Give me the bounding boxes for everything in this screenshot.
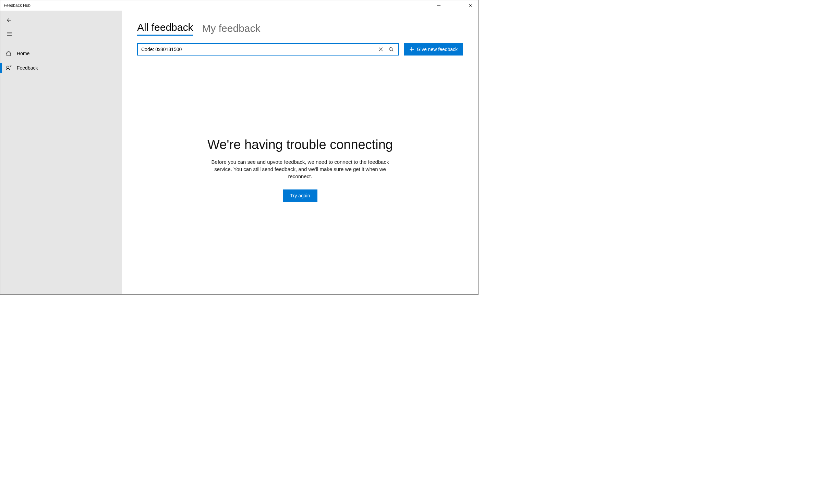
home-icon — [5, 50, 12, 57]
error-heading: We're having trouble connecting — [207, 137, 393, 152]
minimize-icon — [437, 3, 441, 8]
close-button[interactable] — [462, 0, 478, 11]
back-button[interactable] — [2, 13, 16, 27]
feedback-icon — [5, 64, 12, 71]
plus-icon — [409, 47, 414, 52]
titlebar: Feedback Hub — [0, 0, 478, 11]
hamburger-button[interactable] — [2, 27, 16, 41]
try-again-button[interactable]: Try again — [283, 189, 318, 202]
x-icon — [378, 47, 383, 52]
tab-bar: All feedback My feedback — [137, 22, 463, 36]
main-content: All feedback My feedback Give new feedba… — [122, 11, 478, 294]
search-field-wrapper — [137, 43, 399, 56]
window-controls — [431, 0, 478, 11]
tab-my-feedback[interactable]: My feedback — [202, 23, 260, 36]
give-new-feedback-button[interactable]: Give new feedback — [404, 43, 463, 56]
maximize-icon — [452, 3, 457, 8]
back-arrow-icon — [6, 17, 12, 23]
error-body: Before you can see and upvote feedback, … — [204, 158, 396, 180]
search-icon — [389, 47, 394, 52]
window-title: Feedback Hub — [0, 3, 431, 8]
search-button[interactable] — [386, 44, 396, 54]
svg-line-12 — [392, 50, 393, 52]
sidebar-item-label: Home — [17, 51, 29, 56]
clear-search-button[interactable] — [376, 44, 386, 54]
svg-rect-1 — [453, 4, 456, 7]
hamburger-icon — [6, 31, 12, 37]
svg-point-11 — [389, 48, 392, 51]
maximize-button[interactable] — [447, 0, 462, 11]
search-row: Give new feedback — [137, 43, 463, 56]
sidebar-item-home[interactable]: Home — [0, 46, 122, 61]
tab-all-feedback[interactable]: All feedback — [137, 22, 193, 36]
app-body: Home Feedback All feedback My feedback — [0, 11, 478, 294]
svg-point-8 — [7, 66, 9, 69]
app-window: Feedback Hub — [0, 0, 479, 295]
search-input[interactable] — [141, 47, 376, 52]
give-new-feedback-label: Give new feedback — [417, 47, 458, 52]
sidebar: Home Feedback — [0, 11, 122, 294]
connection-error-panel: We're having trouble connecting Before y… — [137, 56, 463, 283]
sidebar-item-label: Feedback — [17, 65, 38, 71]
minimize-button[interactable] — [431, 0, 447, 11]
close-icon — [468, 3, 472, 8]
sidebar-item-feedback[interactable]: Feedback — [0, 61, 122, 75]
